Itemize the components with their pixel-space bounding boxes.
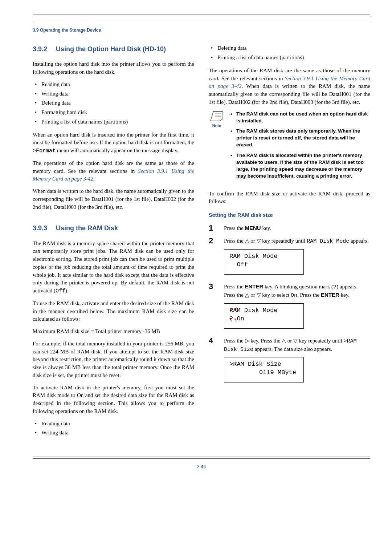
text: . Press the [297, 292, 321, 298]
heading-number: 3.9.2 [33, 44, 47, 54]
text: key repeatedly until [298, 338, 344, 344]
step-body: Press the MENU key. [224, 224, 370, 232]
code-format: >Format [33, 148, 56, 154]
text: Press the [224, 284, 245, 289]
note-item: The RAM disk stores data only temporaril… [229, 128, 370, 149]
text: The RAM disk is a memory space shared wi… [33, 240, 194, 294]
para-392-format: When an option hard disk is inserted int… [33, 131, 194, 155]
text: key. [261, 225, 271, 231]
text: Press the [224, 238, 245, 244]
step-4-text: Press the ▷ key. Press the △ or ▽ key re… [224, 337, 370, 354]
note-label: Note [209, 123, 225, 129]
lcd-line: 0119 MByte [229, 369, 298, 377]
note-item: The RAM disk is allocated within the pri… [229, 152, 370, 180]
page-number: 3-46 [33, 464, 370, 470]
subhead-setting-size: Setting the RAM disk size [209, 211, 370, 219]
text: appears. The data size also appears. [253, 346, 332, 352]
list-item: Deleting data [33, 99, 194, 107]
heading-title: Using the Option Hard Disk (HD-10) [56, 44, 194, 54]
up-triangle-icon: △ [245, 292, 249, 298]
list-393-ops-left: Reading data Writing data [33, 420, 194, 437]
code-off: Off [56, 288, 65, 294]
lcd-display-1: RAM Disk Mode Off [224, 249, 304, 275]
right-triangle-icon: ▷ [245, 337, 249, 344]
code-question: ? [333, 284, 336, 290]
list-392-ops: Reading data Writing data Deleting data … [33, 81, 194, 126]
lcd-display-2: RAM Disk Mode ? On [224, 303, 304, 329]
text: Press the [224, 225, 245, 231]
note-body: The RAM disk can not be used when an opt… [229, 111, 370, 183]
lcd-line: >RAM Disk Size [229, 360, 298, 369]
two-column-layout: 3.9.2 Using the Option Hard Disk (HD-10)… [33, 44, 370, 442]
para-393-example: For example, if the total memory install… [33, 340, 194, 380]
para-right-sameops: The operations of the RAM disk are the s… [209, 67, 370, 106]
text: key. [339, 292, 350, 298]
down-triangle-icon: ▽ [293, 337, 298, 344]
lcd-line: ? On [229, 315, 298, 323]
text: menu will automatically appear on the me… [56, 147, 179, 153]
step-4: 4 Press the ▷ key. Press the △ or ▽ key … [209, 337, 370, 386]
para-393-formula: Maximum RAM disk size = Total printer me… [33, 328, 194, 336]
down-triangle-icon: ▽ [257, 238, 261, 244]
heading-title: Using the RAM Disk [56, 223, 194, 233]
para-392-naming: When data is written to the hard disk, t… [33, 187, 194, 211]
up-triangle-icon: △ [282, 337, 286, 344]
note-icon [210, 111, 224, 122]
key-enter: ENTER [321, 292, 339, 298]
para-393-use: To use the RAM disk, activate and enter … [33, 300, 194, 323]
text: appears. [349, 238, 368, 244]
text: When an option hard disk is inserted int… [33, 132, 194, 146]
list-item: Writing data [33, 429, 194, 437]
rule-top-thick [33, 15, 370, 15]
list-item: Writing data [33, 90, 194, 98]
step-body: Press the ▷ key. Press the △ or ▽ key re… [224, 337, 370, 386]
lcd-line: RAM Disk Mode [229, 307, 298, 315]
list-item: Reading data [33, 420, 194, 428]
para-392-seealso: The operations of the option hard disk a… [33, 159, 194, 183]
para-393-activate: To activate RAM disk in the printer's me… [33, 384, 194, 416]
heading-392: 3.9.2 Using the Option Hard Disk (HD-10) [33, 44, 194, 54]
rule-top-thin [33, 22, 370, 22]
text: or [286, 338, 293, 344]
text: or [249, 238, 257, 244]
text: key to select [261, 292, 291, 298]
list-item: Reading data [33, 81, 194, 89]
running-header: 3.9 Operating the Storage Device [33, 27, 370, 33]
note-icon-wrap: Note [209, 111, 225, 183]
right-column: Deleting data Printing a list of data na… [209, 44, 370, 442]
bottom-rules [33, 457, 370, 459]
step-1: 1 Press the MENU key. [209, 224, 370, 232]
code-ram-disk-mode: RAM Disk Mode [307, 238, 349, 244]
step-3: 3 Press the ENTER key. A blinking questi… [209, 283, 370, 332]
text: . [93, 176, 95, 182]
lcd-line: RAM Disk Mode [229, 252, 298, 261]
code-on: On [291, 292, 297, 299]
text: ). [65, 288, 69, 293]
step-number: 4 [209, 337, 217, 386]
text: key repeatedly until [261, 238, 307, 244]
step-2-text: Press the △ or ▽ key repeatedly until RA… [224, 237, 370, 246]
heading-393: 3.9.3 Using the RAM Disk [33, 223, 194, 233]
lcd-line: Off [229, 261, 298, 269]
note-block: Note The RAM disk can not be used when a… [209, 111, 370, 183]
list-item: Printing a list of data names (partition… [209, 54, 370, 62]
text: Press the [224, 338, 245, 344]
rule-bottom-thick [33, 458, 370, 459]
step-number: 2 [209, 237, 217, 278]
up-triangle-icon: △ [245, 238, 249, 244]
para-confirm: To confirm the RAM disk size or activate… [209, 190, 370, 206]
step-number: 1 [209, 224, 217, 232]
text: key. Press the [249, 338, 282, 344]
text: key. A blinking question mark ( [263, 284, 333, 289]
step-body: Press the △ or ▽ key repeatedly until RA… [224, 237, 370, 278]
list-item: Formatting hard disk [33, 109, 194, 117]
list-item: Deleting data [209, 44, 370, 52]
text: or [249, 292, 257, 298]
para-393-intro: The RAM disk is a memory space shared wi… [33, 240, 194, 295]
step-3-text: Press the ENTER key. A blinking question… [224, 283, 370, 300]
note-item: The RAM disk can not be used when an opt… [229, 111, 370, 125]
left-column: 3.9.2 Using the Option Hard Disk (HD-10)… [33, 44, 194, 442]
heading-number: 3.9.3 [33, 223, 47, 233]
down-triangle-icon: ▽ [257, 292, 261, 298]
list-393-ops-right: Deleting data Printing a list of data na… [209, 44, 370, 62]
